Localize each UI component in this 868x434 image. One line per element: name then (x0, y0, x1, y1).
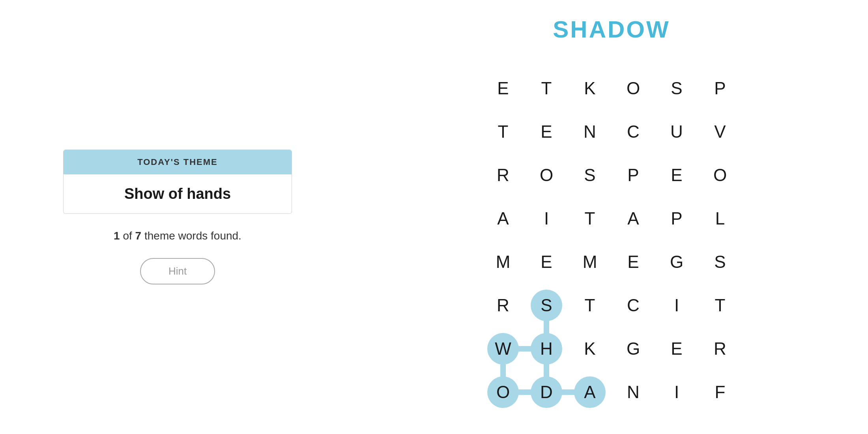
grid-cell[interactable]: K (568, 327, 612, 370)
highlighted-cell: A (574, 376, 606, 408)
found-count: 1 (114, 230, 120, 242)
grid-cell[interactable]: S (568, 153, 612, 197)
grid-cell[interactable]: P (698, 67, 742, 110)
grid-cell[interactable]: K (568, 67, 612, 110)
grid-cell[interactable]: I (655, 284, 698, 327)
grid-cell[interactable]: E (481, 67, 525, 110)
grid-cell[interactable]: U (655, 110, 698, 153)
grid-cell[interactable]: T (525, 67, 568, 110)
grid-cell[interactable]: T (481, 110, 525, 153)
highlighted-cell: S (531, 290, 562, 321)
highlighted-cell: O (487, 376, 519, 408)
theme-card: TODAY'S THEME Show of hands (63, 150, 292, 214)
progress-suffix: theme words found. (144, 230, 241, 242)
grid-cell[interactable]: S (698, 240, 742, 284)
highlighted-cell: H (531, 333, 562, 365)
grid-cell[interactable]: R (481, 284, 525, 327)
grid-cell[interactable]: E (655, 153, 698, 197)
left-panel: TODAY'S THEME Show of hands 1 of 7 theme… (0, 0, 355, 434)
grid-cell[interactable]: M (568, 240, 612, 284)
grid-cell[interactable]: N (612, 370, 655, 414)
progress-text: 1 of 7 theme words found. (114, 230, 241, 242)
highlighted-cell: D (531, 376, 562, 408)
total-count: 7 (135, 230, 142, 242)
game-title: SHADOW (553, 16, 670, 43)
grid-cell[interactable]: P (612, 153, 655, 197)
theme-name: Show of hands (64, 174, 292, 213)
grid-cell[interactable]: P (655, 197, 698, 240)
grid-cell[interactable]: C (612, 110, 655, 153)
grid-cell[interactable]: H (525, 327, 568, 370)
grid-cell[interactable]: C (612, 284, 655, 327)
grid-cell[interactable]: F (698, 370, 742, 414)
grid-cell[interactable]: O (481, 370, 525, 414)
grid-cell[interactable]: L (698, 197, 742, 240)
grid-cell[interactable]: E (525, 110, 568, 153)
grid-cell[interactable]: E (612, 240, 655, 284)
grid-cell[interactable]: N (568, 110, 612, 153)
grid-cell[interactable]: T (698, 284, 742, 327)
grid-cell[interactable]: A (481, 197, 525, 240)
hint-button[interactable]: Hint (140, 258, 215, 284)
grid-cell[interactable]: A (612, 197, 655, 240)
grid-cell[interactable]: O (525, 153, 568, 197)
grid-cell[interactable]: S (525, 284, 568, 327)
grid-cell[interactable]: S (655, 67, 698, 110)
grid-cell[interactable]: W (481, 327, 525, 370)
grid-cell[interactable]: E (655, 327, 698, 370)
grid-cell[interactable]: T (568, 284, 612, 327)
grid-cell[interactable]: R (698, 327, 742, 370)
word-grid: ETKOSPTENCUVROSPEOAITAPLMEMEGSRSTCITWHKG… (481, 67, 742, 414)
grid-cell[interactable]: T (568, 197, 612, 240)
grid-cell[interactable]: G (655, 240, 698, 284)
grid-cell[interactable]: M (481, 240, 525, 284)
grid-cell[interactable]: A (568, 370, 612, 414)
grid-cell[interactable]: R (481, 153, 525, 197)
grid-cell[interactable]: O (612, 67, 655, 110)
grid-cell[interactable]: E (525, 240, 568, 284)
grid-cell[interactable]: G (612, 327, 655, 370)
grid-cell[interactable]: O (698, 153, 742, 197)
progress-of: of (123, 230, 135, 242)
theme-label: TODAY'S THEME (64, 150, 292, 174)
grid-cell[interactable]: D (525, 370, 568, 414)
highlighted-cell: W (487, 333, 519, 365)
right-panel: SHADOW ETKOSPTENCUVROSPEOAITAPLMEMEGSRST… (355, 0, 868, 434)
grid-cell[interactable]: I (525, 197, 568, 240)
grid-cell[interactable]: I (655, 370, 698, 414)
grid-cell[interactable]: V (698, 110, 742, 153)
